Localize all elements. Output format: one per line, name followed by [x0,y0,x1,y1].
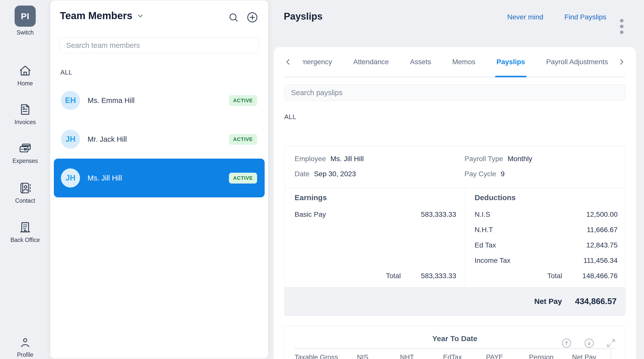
pay-cycle-field: Pay Cycle 9 [464,170,615,178]
team-member-row[interactable]: EH Ms. Emma Hill ACTIVE [54,81,265,120]
tabs-scroll-right-icon[interactable] [617,58,625,66]
add-member-icon[interactable] [246,11,259,24]
sidebar-item-contact[interactable]: Contact [0,181,50,204]
ytd-pinned-column-divider [611,347,611,359]
sidebar-item-expenses[interactable]: Expenses [0,141,50,164]
credit-cards-icon [18,141,32,155]
tab-memos[interactable]: Memos [452,47,475,77]
ytd-column: PAYE [486,353,529,359]
team-search-input[interactable] [59,37,259,53]
app-sidebar: PI Switch Home $ Invoices Exp [0,0,50,359]
find-payslips-button[interactable]: Find Payslips [564,13,606,21]
net-pay-label: Net Pay [534,297,562,306]
year-to-date-card: Year To Date Taxable Gross NIS NHT EdTax… [284,326,625,359]
sidebar-item-profile[interactable]: Profile [0,336,50,358]
deductions-total: Total 148,466.76 [474,272,618,280]
header-actions: Never mind Find Payslips [507,13,606,21]
team-member-row[interactable]: JH Mr. Jack Hill ACTIVE [54,120,265,159]
deductions-title: Deductions [474,193,618,202]
sidebar-item-invoices[interactable]: $ Invoices [0,103,50,126]
member-name: Ms. Jill Hill [88,174,122,182]
address-book-icon [18,181,32,195]
net-pay-value: 434,866.57 [575,297,617,306]
member-name: Ms. Emma Hill [88,96,135,105]
panel-title: Team Members [60,10,132,21]
tab-payroll-adjustments[interactable]: Payroll Adjustments [546,47,608,77]
app-logo[interactable]: PI [15,6,36,27]
earnings-row: Basic Pay 583,333.33 [295,210,456,219]
sidebar-item-label: Back Office [10,237,40,243]
tabs-scroll-left-icon[interactable] [284,58,292,66]
never-mind-button[interactable]: Never mind [507,13,543,21]
building-icon [18,221,32,234]
payslips-main-card: Emergency Attendance Assets Memos Paysli… [274,47,636,359]
sidebar-item-label: Home [17,80,33,87]
deductions-section: Deductions N.I.S 12,500.00 N.H.T 11,666.… [465,188,625,287]
avatar: EH [61,91,80,110]
sidebar-item-switch[interactable]: PI Switch [0,6,50,36]
sidebar-item-label: Invoices [15,119,36,126]
home-icon [18,64,32,78]
earnings-section: Earnings Basic Pay 583,333.33 Total 583,… [285,188,465,287]
team-members-header[interactable]: Team Members [60,10,144,21]
sidebar-item-back-office[interactable]: Back Office [0,221,50,243]
deduction-row: Ed Tax 12,843.75 [474,241,618,249]
payslip-search-field[interactable] [284,84,625,101]
ytd-column: Net Pay [572,353,615,359]
sidebar-item-label: Profile [17,351,33,358]
avatar: JH [61,168,80,188]
ytd-column: EdTax [443,353,486,359]
members-group-label: ALL [60,68,72,76]
tab-attendance[interactable]: Attendance [353,47,389,77]
status-badge: ACTIVE [229,173,257,184]
deduction-row: Income Tax 111,456.34 [474,257,618,265]
payslip-card[interactable]: Employee Ms. Jill Hill Payroll Type Mont… [284,146,625,316]
earnings-title: Earnings [295,193,456,202]
status-badge: ACTIVE [229,95,257,106]
date-field: Date Sep 30, 2023 [295,170,464,178]
deduction-row: N.H.T 11,666.67 [474,226,618,234]
payslips-group-label: ALL [284,113,625,121]
sidebar-item-label: Switch [17,29,34,36]
ytd-column-headers: Taxable Gross NIS NHT EdTax PAYE Pension… [295,349,615,359]
invoice-icon: $ [18,103,32,116]
avatar: JH [61,130,80,149]
team-member-row-selected[interactable]: JH Ms. Jill Hill ACTIVE [54,159,265,197]
payslip-search-input[interactable] [284,84,625,101]
team-search-field[interactable] [59,37,259,53]
tab-payslips-active[interactable]: Payslips [497,47,525,77]
deduction-row: N.I.S 12,500.00 [474,210,618,219]
payroll-type-field: Payroll Type Monthly [464,155,615,163]
page-title: Payslips [284,11,323,22]
tab-assets[interactable]: Assets [410,47,431,77]
scroll-down-icon[interactable] [583,337,595,349]
sidebar-item-label: Expenses [12,158,38,164]
svg-text:$: $ [22,106,25,111]
tab-emergency[interactable]: Emergency [302,47,332,77]
tab-bar: Emergency Attendance Assets Memos Paysli… [284,47,625,77]
team-members-panel: Team Members ALL EH Ms. Emma Hill ACTIVE… [50,1,268,358]
expand-icon[interactable] [606,338,616,348]
ytd-column: NIS [357,353,400,359]
search-icon[interactable] [228,12,239,23]
scroll-up-icon[interactable] [561,337,572,349]
chevron-down-icon [136,12,144,20]
earnings-total: Total 583,333.33 [295,272,456,280]
member-name: Mr. Jack Hill [88,135,127,143]
app-logo-text: PI [21,11,29,21]
ytd-column: Pension [529,353,572,359]
team-members-list: EH Ms. Emma Hill ACTIVE JH Mr. Jack Hill… [54,81,265,197]
sidebar-item-label: Contact [15,197,35,204]
person-icon [19,336,31,349]
kebab-menu-icon[interactable] [620,19,624,34]
status-badge: ACTIVE [229,134,257,145]
ytd-column: NHT [400,353,443,359]
employee-field: Employee Ms. Jill Hill [295,155,464,163]
sidebar-item-home[interactable]: Home [0,64,50,87]
ytd-column: Taxable Gross [295,353,357,359]
payslip-header: Employee Ms. Jill Hill Payroll Type Mont… [285,146,625,188]
net-pay-row: Net Pay 434,866.57 [285,287,625,316]
